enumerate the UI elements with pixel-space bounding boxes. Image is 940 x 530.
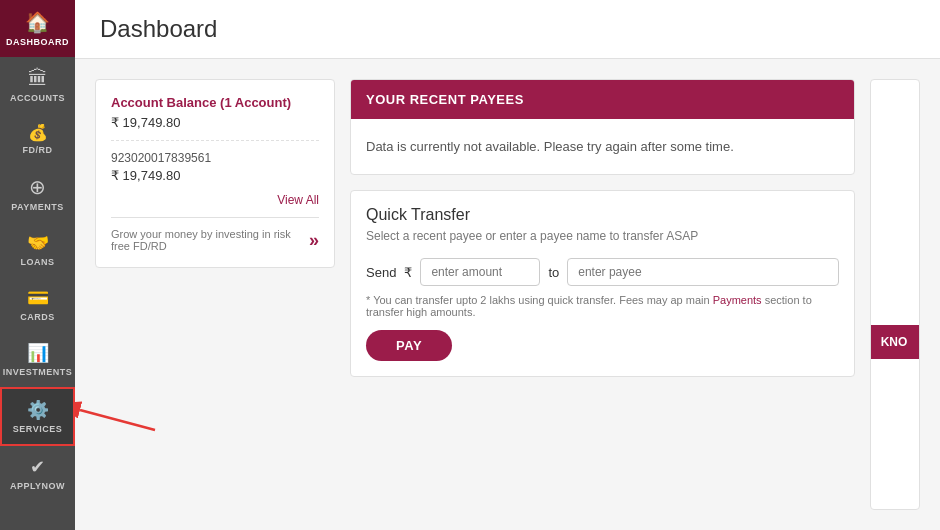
sidebar-item-label: CARDS (20, 312, 55, 322)
payments-link[interactable]: Payments (713, 294, 762, 306)
sidebar-item-label: APPLYNOW (10, 481, 65, 491)
quick-transfer-subtitle: Select a recent payee or enter a payee n… (366, 229, 839, 243)
promo-arrow-icon[interactable]: » (309, 230, 319, 251)
sidebar-item-dashboard[interactable]: 🏠 DASHBOARD (0, 0, 75, 57)
sidebar-item-label: DASHBOARD (6, 37, 69, 47)
content-area: Account Balance (1 Account) ₹ 19,749.80 … (75, 59, 940, 530)
payments-icon: ⊕ (29, 175, 46, 199)
left-column: Account Balance (1 Account) ₹ 19,749.80 … (95, 79, 335, 510)
send-row: Send ₹ to (366, 258, 839, 286)
promo-text: Grow your money by investing in risk fre… (111, 228, 309, 252)
fdrd-icon: 💰 (28, 123, 48, 142)
page-header: Dashboard (75, 0, 940, 59)
services-icon: ⚙️ (27, 399, 49, 421)
sidebar-item-label: LOANS (21, 257, 55, 267)
note-text: * You can transfer upto 2 lakhs using qu… (366, 294, 710, 306)
page-title: Dashboard (100, 15, 915, 43)
to-label: to (548, 265, 559, 280)
sidebar: 🏠 DASHBOARD 🏛 ACCOUNTS 💰 FD/RD ⊕ PAYMENT… (0, 0, 75, 530)
accounts-icon: 🏛 (28, 67, 48, 90)
view-all-link[interactable]: View All (111, 193, 319, 207)
account-balance-card: Account Balance (1 Account) ₹ 19,749.80 … (95, 79, 335, 268)
account-balance-main: ₹ 19,749.80 (111, 115, 319, 141)
cards-icon: 💳 (27, 287, 49, 309)
payee-input[interactable] (567, 258, 839, 286)
currency-symbol: ₹ (404, 265, 412, 280)
amount-input[interactable] (420, 258, 540, 286)
loans-icon: 🤝 (27, 232, 49, 254)
quick-transfer-section: Quick Transfer Select a recent payee or … (350, 190, 855, 377)
sidebar-item-services[interactable]: ⚙️ SERVICES (0, 387, 75, 446)
sidebar-item-applynow[interactable]: ✔ APPLYNOW (0, 446, 75, 501)
account-card-title: Account Balance (1 Account) (111, 95, 319, 110)
sidebar-item-accounts[interactable]: 🏛 ACCOUNTS (0, 57, 75, 113)
recent-payees-section: YOUR RECENT PAYEES Data is currently not… (350, 79, 855, 175)
sidebar-item-loans[interactable]: 🤝 LOANS (0, 222, 75, 277)
right-panel: KNO (870, 79, 920, 510)
pay-button[interactable]: PAY (366, 330, 452, 361)
promo-section: Grow your money by investing in risk fre… (111, 217, 319, 252)
sidebar-item-cards[interactable]: 💳 CARDS (0, 277, 75, 332)
sidebar-item-label: FD/RD (23, 145, 53, 155)
account-number: 923020017839561 (111, 151, 319, 165)
sidebar-item-payments[interactable]: ⊕ PAYMENTS (0, 165, 75, 222)
sidebar-item-label: ACCOUNTS (10, 93, 65, 103)
applynow-icon: ✔ (30, 456, 45, 478)
payees-message: Data is currently not available. Please … (351, 119, 854, 174)
home-icon: 🏠 (25, 10, 50, 34)
quick-transfer-title: Quick Transfer (366, 206, 839, 224)
quick-transfer-note: * You can transfer upto 2 lakhs using qu… (366, 294, 839, 318)
main-content: Dashboard Account Balance (1 Account) ₹ … (75, 0, 940, 530)
send-label: Send (366, 265, 396, 280)
sidebar-item-label: PAYMENTS (11, 202, 64, 212)
sidebar-item-investments[interactable]: 📊 INVESTMENTS (0, 332, 75, 387)
sidebar-item-label: SERVICES (13, 424, 62, 434)
sidebar-item-label: INVESTMENTS (3, 367, 73, 377)
account-balance-sub: ₹ 19,749.80 (111, 168, 319, 183)
know-button[interactable]: KNO (870, 325, 919, 359)
investments-icon: 📊 (27, 342, 49, 364)
center-column: YOUR RECENT PAYEES Data is currently not… (350, 79, 855, 510)
payees-header: YOUR RECENT PAYEES (351, 80, 854, 119)
sidebar-item-fdrd[interactable]: 💰 FD/RD (0, 113, 75, 165)
